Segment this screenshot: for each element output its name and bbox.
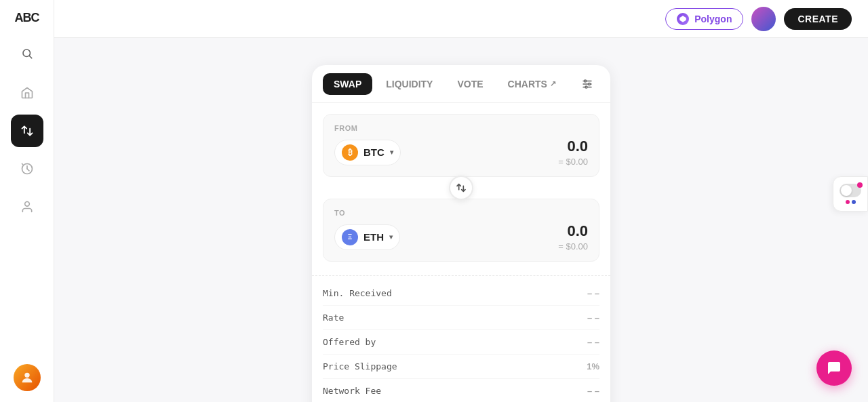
sidebar-item-swap[interactable] xyxy=(11,115,43,147)
svg-line-1 xyxy=(29,56,31,58)
network-fee-value: – – xyxy=(587,386,599,396)
svg-point-12 xyxy=(585,80,587,82)
avatar[interactable] xyxy=(14,364,41,391)
settings-icon[interactable] xyxy=(575,72,599,96)
swap-direction-button[interactable] xyxy=(449,176,473,200)
chat-bubble-button[interactable] xyxy=(816,350,852,386)
offered-by-label: Offered by xyxy=(323,337,376,347)
svg-marker-8 xyxy=(679,16,686,22)
from-chevron-icon: ▾ xyxy=(390,148,393,156)
info-row-network-fee: Network Fee – – xyxy=(323,379,599,402)
to-token-name: ETH xyxy=(363,231,384,243)
from-token-row: ₿ BTC ▾ 0.0 = $0.00 xyxy=(334,138,588,167)
sidebar-nav xyxy=(0,71,54,364)
dot-pink xyxy=(846,200,850,204)
from-token-select[interactable]: ₿ BTC ▾ xyxy=(334,140,401,165)
user-avatar-header[interactable] xyxy=(751,7,776,31)
from-token-box: FROM ₿ BTC ▾ 0.0 = $0.00 xyxy=(323,114,599,177)
info-row-offered-by: Offered by – – xyxy=(323,330,599,355)
from-amount-usd: = $0.00 xyxy=(558,157,588,167)
search-button[interactable] xyxy=(15,41,39,66)
info-section: Min. Received – – Rate – – Offered by – … xyxy=(312,275,610,402)
to-amount-value: 0.0 xyxy=(558,222,588,240)
tab-vote[interactable]: VOTE xyxy=(446,73,494,95)
polygon-label: Polygon xyxy=(694,14,732,24)
info-row-min-received: Min. Received – – xyxy=(323,281,599,306)
external-link-icon: ↗ xyxy=(550,79,556,88)
to-amount-display: 0.0 = $0.00 xyxy=(558,222,588,252)
to-label: TO xyxy=(334,209,588,217)
to-token-select[interactable]: Ξ ETH ▾ xyxy=(334,224,400,250)
sidebar-item-history[interactable] xyxy=(11,153,43,185)
svg-point-6 xyxy=(24,202,29,207)
svg-point-13 xyxy=(589,83,591,85)
toggle-container xyxy=(840,184,861,197)
swap-body: FROM ₿ BTC ▾ 0.0 = $0.00 xyxy=(312,103,610,273)
from-amount-display: 0.0 = $0.00 xyxy=(558,138,588,167)
main-content: Polygon CREATE SWAP LIQUIDITY VOTE CHART… xyxy=(54,0,868,402)
min-received-value: – – xyxy=(587,288,599,298)
to-chevron-icon: ▾ xyxy=(389,233,393,241)
polygon-network-button[interactable]: Polygon xyxy=(665,8,743,30)
tab-liquidity[interactable]: LIQUIDITY xyxy=(375,73,443,95)
swap-arrow-container xyxy=(323,177,599,199)
create-button[interactable]: CREATE xyxy=(784,8,852,30)
svg-line-5 xyxy=(22,164,22,165)
price-slippage-label: Price Slippage xyxy=(323,361,397,371)
dot-blue xyxy=(852,200,856,204)
from-amount-value: 0.0 xyxy=(558,138,588,155)
svg-point-14 xyxy=(585,86,587,88)
sidebar-item-profile[interactable] xyxy=(11,190,43,223)
to-token-box: TO Ξ ETH ▾ 0.0 = $0.00 xyxy=(323,199,599,262)
notification-dot xyxy=(857,182,863,188)
from-token-name: BTC xyxy=(363,146,384,158)
to-amount-usd: = $0.00 xyxy=(558,241,588,252)
right-widget-dots xyxy=(846,200,856,204)
eth-icon: Ξ xyxy=(342,229,358,245)
from-label: FROM xyxy=(334,124,588,132)
svg-line-4 xyxy=(27,169,29,171)
swap-card: SWAP LIQUIDITY VOTE CHARTS ↗ xyxy=(312,65,610,402)
tab-swap[interactable]: SWAP xyxy=(323,73,372,95)
swap-tabs: SWAP LIQUIDITY VOTE CHARTS ↗ xyxy=(312,65,610,103)
polygon-icon xyxy=(677,13,689,25)
sidebar-item-home[interactable] xyxy=(11,77,43,109)
header: Polygon CREATE xyxy=(54,0,868,38)
right-widget xyxy=(833,176,868,212)
to-token-row: Ξ ETH ▾ 0.0 = $0.00 xyxy=(334,222,588,252)
btc-icon: ₿ xyxy=(342,144,358,161)
offered-by-value: – – xyxy=(587,337,599,347)
rate-label: Rate xyxy=(323,313,344,323)
sidebar: ABC xyxy=(0,0,54,402)
app-logo: ABC xyxy=(15,11,39,25)
info-row-price-slippage: Price Slippage 1% xyxy=(323,355,599,379)
price-slippage-value: 1% xyxy=(587,361,599,371)
tab-charts[interactable]: CHARTS ↗ xyxy=(497,73,567,95)
tab-charts-label: CHARTS xyxy=(508,79,547,89)
info-row-rate: Rate – – xyxy=(323,306,599,330)
min-received-label: Min. Received xyxy=(323,288,392,298)
network-fee-label: Network Fee xyxy=(323,386,381,396)
svg-point-7 xyxy=(24,373,29,378)
rate-value: – – xyxy=(587,313,599,323)
toggle-knob xyxy=(841,185,852,196)
content-area: SWAP LIQUIDITY VOTE CHARTS ↗ xyxy=(54,38,868,402)
